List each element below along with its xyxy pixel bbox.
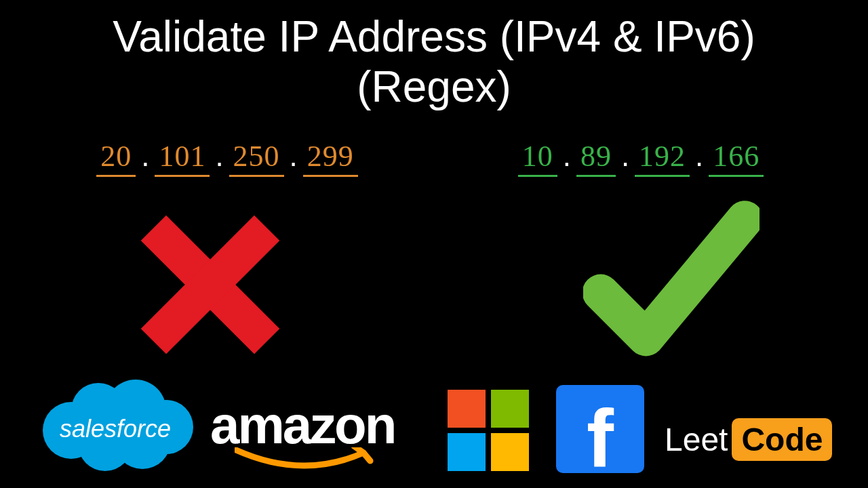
dot-separator: . (620, 139, 631, 173)
microsoft-logo (448, 390, 529, 471)
leetcode-logo: Leet Code (665, 412, 832, 466)
valid-octet-1: 10 (518, 139, 557, 177)
leetcode-code-label: Code (732, 418, 832, 461)
title-line-2: (Regex) (357, 62, 511, 111)
cross-icon (136, 210, 285, 359)
dot-separator: . (288, 139, 299, 173)
title-line-1: Validate IP Address (IPv4 & IPv6) (113, 12, 755, 61)
company-logos-row: salesforce amazon f Leet Code (0, 386, 868, 481)
dot-separator: . (140, 139, 151, 173)
microsoft-square-blue (448, 433, 486, 471)
dot-separator: . (694, 139, 705, 173)
dot-separator: . (561, 139, 572, 173)
valid-octet-4: 166 (709, 139, 764, 177)
invalid-ip-example: 20 . 101 . 250 . 299 (27, 139, 427, 180)
dot-separator: . (214, 139, 224, 173)
check-icon (583, 197, 760, 366)
microsoft-square-green (491, 390, 529, 428)
microsoft-square-yellow (491, 433, 529, 471)
facebook-letter: f (587, 404, 614, 473)
invalid-octet-3: 250 (229, 139, 284, 177)
page-title: Validate IP Address (IPv4 & IPv6) (Regex… (0, 12, 868, 112)
amazon-label: amazon (210, 395, 395, 455)
valid-octet-2: 89 (576, 139, 616, 177)
valid-octet-3: 192 (635, 139, 690, 177)
amazon-smile-icon (235, 447, 377, 474)
microsoft-square-red (448, 390, 486, 428)
invalid-octet-2: 101 (155, 139, 210, 177)
salesforce-label: salesforce (34, 415, 197, 443)
salesforce-logo: salesforce (34, 373, 197, 474)
leetcode-leet-label: Leet (665, 421, 732, 458)
invalid-octet-4: 299 (303, 139, 358, 177)
facebook-logo: f (556, 385, 644, 473)
amazon-logo: amazon (210, 394, 427, 469)
valid-ip-example: 10 . 89 . 192 . 166 (441, 139, 841, 180)
invalid-octet-1: 20 (96, 139, 136, 177)
